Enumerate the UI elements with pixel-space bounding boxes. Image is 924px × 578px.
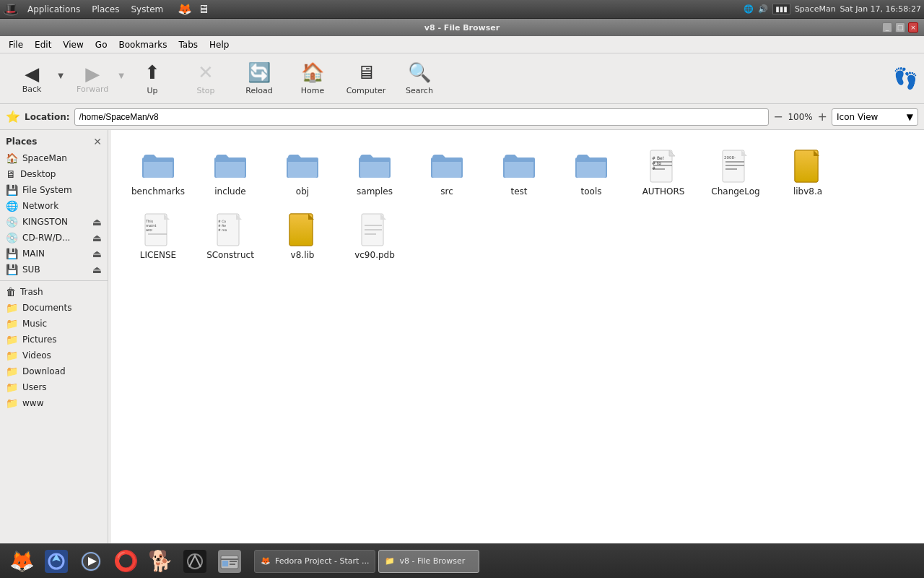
file-item-include[interactable]: include	[198, 144, 263, 201]
desktop-sidebar-icon: 🖥	[6, 168, 16, 180]
places-menu[interactable]: Places	[89, 4, 122, 14]
main-area: Places ✕ 🏠 SpaceMan 🖥 Desktop 💾 File Sys…	[0, 130, 924, 561]
file-item-changelog[interactable]: 2008- ChangeLog	[703, 144, 768, 201]
stop-icon: ✕	[198, 61, 214, 83]
documents-sidebar-icon: 📁	[6, 302, 18, 314]
zoom-out-button[interactable]: −	[773, 110, 783, 124]
file-item-vc90pdb[interactable]: vc90.pdb	[342, 208, 407, 264]
sidebar-divider	[0, 280, 108, 281]
up-button[interactable]: ⬆ Up	[127, 56, 178, 101]
sub-eject-icon[interactable]: ⏏	[92, 264, 102, 275]
taskbar-firefox-icon[interactable]: 🦊	[6, 545, 38, 577]
file-item-license[interactable]: This maint are: LICENSE	[126, 208, 191, 264]
sidebar-label-users: Users	[22, 382, 47, 392]
menu-bookmarks[interactable]: Bookmarks	[113, 38, 173, 51]
back-dropdown-icon[interactable]: ▼	[58, 72, 64, 79]
computer-button[interactable]: 🖥 Computer	[341, 56, 391, 101]
taskbar-task-fedora[interactable]: 🦊 Fedora Project - Start ...	[254, 550, 375, 573]
file-item-libv8a[interactable]: libv8.a	[775, 144, 840, 201]
sidebar-item-www[interactable]: 📁 www	[0, 395, 108, 411]
sidebar-item-download[interactable]: 📁 Download	[0, 363, 108, 379]
sidebar-item-sub[interactable]: 💾 SUB ⏏	[0, 262, 108, 277]
file-item-sconstruct[interactable]: # Co # Re # mo SConstruct	[198, 208, 263, 264]
forward-dropdown-icon[interactable]: ▼	[118, 72, 124, 79]
file-item-obj[interactable]: obj	[270, 144, 335, 201]
file-item-samples[interactable]: samples	[342, 144, 407, 201]
system-menu[interactable]: System	[128, 4, 166, 14]
file-item-tools[interactable]: tools	[559, 144, 624, 201]
terminal-taskbar-icon[interactable]: 🖥	[198, 2, 209, 16]
sidebar-label-cdrw: CD-RW/D...	[22, 233, 70, 243]
search-button[interactable]: 🔍 Search	[394, 56, 445, 101]
search-icon: 🔍	[408, 61, 431, 83]
trash-sidebar-icon: 🗑	[6, 286, 16, 298]
test-label: test	[510, 186, 527, 197]
sidebar-item-spaceman[interactable]: 🏠 SpaceMan	[0, 150, 108, 166]
stop-button[interactable]: ✕ Stop	[180, 56, 231, 101]
search-label: Search	[406, 86, 433, 95]
firefox-taskbar-icon[interactable]: 🦊	[178, 2, 192, 16]
zoom-in-button[interactable]: +	[818, 110, 827, 124]
back-button[interactable]: ◀ Back ▼	[6, 56, 64, 101]
view-dropdown[interactable]: Icon View ▼	[832, 108, 918, 126]
sidebar-item-pictures[interactable]: 📁 Pictures	[0, 332, 108, 348]
forward-button[interactable]: ▶ Forward ▼	[66, 56, 124, 101]
sidebar-item-trash[interactable]: 🗑 Trash	[0, 284, 108, 300]
sidebar-item-documents[interactable]: 📁 Documents	[0, 300, 108, 316]
taskbar-opera-icon[interactable]: ⭕	[110, 545, 141, 577]
computer-label: Computer	[346, 86, 386, 95]
cdrw-eject-icon[interactable]: ⏏	[92, 232, 102, 243]
kingston-eject-icon[interactable]: ⏏	[92, 216, 102, 228]
reload-button[interactable]: 🔄 Reload	[234, 56, 284, 101]
file-item-v8lib[interactable]: v8.lib	[270, 208, 335, 264]
minimize-btn[interactable]: _	[882, 22, 892, 33]
menu-view[interactable]: View	[57, 38, 89, 51]
sidebar-item-cdrw[interactable]: 💿 CD-RW/D... ⏏	[0, 230, 108, 246]
task-fedora-label: Fedora Project - Start ...	[275, 556, 369, 566]
sidebar-item-videos[interactable]: 📁 Videos	[0, 348, 108, 363]
svg-text:#: #	[652, 165, 655, 171]
sidebar-item-network[interactable]: 🌐 Network	[0, 198, 108, 214]
file-item-benchmarks[interactable]: benchmarks	[126, 144, 191, 201]
sidebar-close-button[interactable]: ✕	[93, 136, 102, 147]
sidebar-item-kingston[interactable]: 💿 KINGSTON ⏏	[0, 214, 108, 230]
home-icon: 🏠	[301, 61, 324, 83]
menu-go[interactable]: Go	[90, 38, 113, 51]
taskbar-gimp-icon[interactable]: 🐕	[144, 545, 176, 577]
file-item-src[interactable]: src	[414, 144, 479, 201]
sidebar-item-users[interactable]: 📁 Users	[0, 379, 108, 395]
sidebar-label-videos: Videos	[22, 350, 51, 361]
menu-edit[interactable]: Edit	[29, 38, 57, 51]
taskbar-task-v8browser[interactable]: 📁 v8 - File Browser	[378, 550, 479, 573]
svg-text:# Re: # Re	[218, 224, 226, 228]
maximize-btn[interactable]: □	[895, 22, 905, 33]
stop-label: Stop	[196, 86, 214, 95]
spaceman-label: SpaceMan	[795, 4, 836, 14]
window-titlebar: v8 - File Browser _ □ ×	[0, 19, 924, 36]
menu-tabs[interactable]: Tabs	[173, 38, 204, 51]
taskbar-blender-icon[interactable]	[40, 545, 72, 577]
menu-file[interactable]: File	[3, 38, 29, 51]
taskbar-filemanager-icon[interactable]	[214, 545, 245, 577]
back-label: Back	[22, 85, 42, 94]
sidebar-item-desktop[interactable]: 🖥 Desktop	[0, 166, 108, 182]
home-button[interactable]: 🏠 Home	[287, 56, 338, 101]
menubar: File Edit View Go Bookmarks Tabs Help	[0, 36, 924, 53]
taskbar-inkscape-icon[interactable]	[179, 545, 211, 577]
file-item-test[interactable]: test	[487, 144, 552, 201]
menu-help[interactable]: Help	[204, 38, 235, 51]
location-label: Location:	[25, 112, 70, 122]
sidebar-item-music[interactable]: 📁 Music	[0, 316, 108, 332]
users-sidebar-icon: 📁	[6, 381, 18, 393]
bookmark-star[interactable]: ⭐	[6, 110, 20, 124]
sidebar-title: Places	[6, 137, 37, 147]
sidebar-label-network: Network	[22, 201, 58, 211]
location-input[interactable]	[74, 108, 770, 126]
applications-menu[interactable]: Applications	[25, 4, 83, 14]
sidebar-item-main[interactable]: 💾 MAIN ⏏	[0, 246, 108, 262]
sidebar-item-filesystem[interactable]: 💾 File System	[0, 182, 108, 198]
close-btn[interactable]: ×	[908, 22, 918, 33]
main-eject-icon[interactable]: ⏏	[92, 248, 102, 259]
file-item-authors[interactable]: # Be! # to # AUTHORS	[631, 144, 696, 201]
taskbar-quicktime-icon[interactable]	[75, 545, 107, 577]
